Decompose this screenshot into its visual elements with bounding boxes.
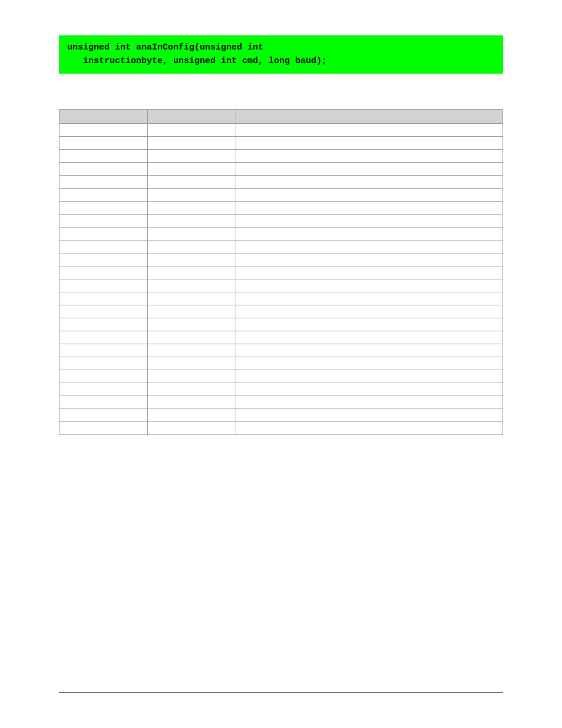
table-cell-21-0 xyxy=(59,396,148,409)
table-cell-21-2 xyxy=(236,396,503,409)
table-cell-20-0 xyxy=(59,383,148,396)
table-cell-2-2 xyxy=(236,150,503,163)
table-cell-22-2 xyxy=(236,409,503,422)
table-cell-19-2 xyxy=(236,370,503,383)
table-cell-18-1 xyxy=(148,357,236,370)
table-row xyxy=(59,279,503,292)
table-cell-5-1 xyxy=(148,189,236,202)
code-block: unsigned int anaInConfig(unsigned int in… xyxy=(59,35,503,74)
table-cell-3-1 xyxy=(148,163,236,176)
col-header-2 xyxy=(148,110,236,124)
page-container: unsigned int anaInConfig(unsigned int in… xyxy=(0,0,562,728)
table-cell-2-0 xyxy=(59,150,148,163)
table-row xyxy=(59,344,503,357)
table-cell-3-0 xyxy=(59,163,148,176)
table-row xyxy=(59,176,503,189)
data-table xyxy=(59,109,503,435)
table-cell-7-1 xyxy=(148,215,236,228)
table-cell-4-1 xyxy=(148,176,236,189)
table-cell-8-0 xyxy=(59,228,148,241)
table-cell-12-0 xyxy=(59,279,148,292)
table-row xyxy=(59,202,503,215)
table-cell-2-1 xyxy=(148,150,236,163)
table-row xyxy=(59,422,503,435)
table-cell-14-0 xyxy=(59,305,148,318)
table-cell-12-2 xyxy=(236,279,503,292)
table-row xyxy=(59,292,503,305)
table-cell-4-0 xyxy=(59,176,148,189)
table-cell-5-2 xyxy=(236,189,503,202)
table-cell-23-1 xyxy=(148,422,236,435)
table-row xyxy=(59,305,503,318)
table-cell-19-1 xyxy=(148,370,236,383)
table-cell-23-0 xyxy=(59,422,148,435)
table-cell-18-0 xyxy=(59,357,148,370)
table-cell-23-2 xyxy=(236,422,503,435)
table-row xyxy=(59,150,503,163)
table-row xyxy=(59,409,503,422)
table-cell-21-1 xyxy=(148,396,236,409)
table-cell-13-1 xyxy=(148,292,236,305)
table-cell-5-0 xyxy=(59,189,148,202)
table-cell-17-2 xyxy=(236,344,503,357)
table-cell-3-2 xyxy=(236,163,503,176)
table-row xyxy=(59,189,503,202)
table-cell-22-1 xyxy=(148,409,236,422)
table-cell-8-2 xyxy=(236,228,503,241)
table-cell-13-2 xyxy=(236,292,503,305)
code-text: unsigned int anaInConfig(unsigned int in… xyxy=(67,41,495,68)
table-cell-14-2 xyxy=(236,305,503,318)
table-cell-0-0 xyxy=(59,124,148,137)
table-cell-4-2 xyxy=(236,176,503,189)
table-cell-22-0 xyxy=(59,409,148,422)
table-row xyxy=(59,137,503,150)
table-cell-12-1 xyxy=(148,279,236,292)
table-row xyxy=(59,357,503,370)
table-cell-1-2 xyxy=(236,137,503,150)
table-cell-11-0 xyxy=(59,266,148,279)
col-header-1 xyxy=(59,110,148,124)
table-cell-1-1 xyxy=(148,137,236,150)
table-row xyxy=(59,215,503,228)
table-cell-9-1 xyxy=(148,241,236,253)
table-section xyxy=(59,109,503,435)
table-row xyxy=(59,253,503,266)
table-cell-16-2 xyxy=(236,331,503,344)
table-row xyxy=(59,396,503,409)
table-cell-18-2 xyxy=(236,357,503,370)
table-cell-20-2 xyxy=(236,383,503,396)
table-cell-16-1 xyxy=(148,331,236,344)
table-cell-10-1 xyxy=(148,253,236,266)
table-cell-0-2 xyxy=(236,124,503,137)
table-cell-7-0 xyxy=(59,215,148,228)
table-cell-15-1 xyxy=(148,318,236,331)
table-row xyxy=(59,124,503,137)
table-header-row xyxy=(59,110,503,124)
table-cell-6-1 xyxy=(148,202,236,215)
table-cell-13-0 xyxy=(59,292,148,305)
table-row xyxy=(59,163,503,176)
col-header-3 xyxy=(236,110,503,124)
table-cell-15-0 xyxy=(59,318,148,331)
table-cell-15-2 xyxy=(236,318,503,331)
table-cell-0-1 xyxy=(148,124,236,137)
table-row xyxy=(59,266,503,279)
table-cell-11-1 xyxy=(148,266,236,279)
table-cell-11-2 xyxy=(236,266,503,279)
table-cell-10-0 xyxy=(59,253,148,266)
table-cell-6-2 xyxy=(236,202,503,215)
table-cell-19-0 xyxy=(59,370,148,383)
table-row xyxy=(59,383,503,396)
table-cell-9-0 xyxy=(59,241,148,253)
table-cell-16-0 xyxy=(59,331,148,344)
table-cell-9-2 xyxy=(236,241,503,253)
table-cell-7-2 xyxy=(236,215,503,228)
table-cell-17-1 xyxy=(148,344,236,357)
table-cell-14-1 xyxy=(148,305,236,318)
table-cell-1-0 xyxy=(59,137,148,150)
table-row xyxy=(59,241,503,253)
table-cell-10-2 xyxy=(236,253,503,266)
table-row xyxy=(59,228,503,241)
table-cell-6-0 xyxy=(59,202,148,215)
footer-line xyxy=(59,692,503,693)
